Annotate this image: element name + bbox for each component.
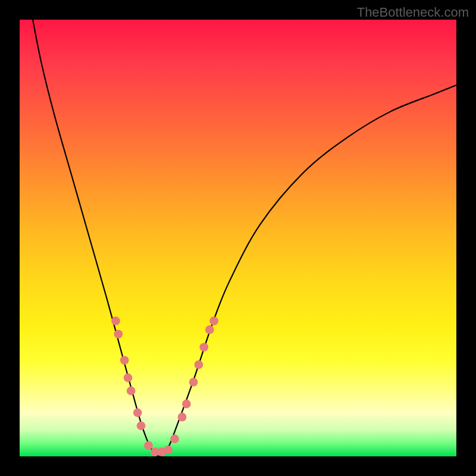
- curve-marker: [178, 413, 187, 422]
- curve-marker: [137, 421, 146, 430]
- curve-marker: [182, 400, 191, 409]
- curve-marker: [189, 378, 198, 387]
- bottleneck-curve: [33, 20, 456, 456]
- curve-marker: [170, 434, 179, 443]
- chart-plot-area: [20, 20, 456, 456]
- chart-svg: [20, 20, 456, 456]
- curve-marker: [144, 441, 153, 450]
- curve-marker: [124, 374, 133, 383]
- watermark-text: TheBottleneck.com: [357, 5, 469, 20]
- curve-marker: [114, 330, 123, 339]
- curve-marker: [209, 317, 218, 325]
- curve-marker: [195, 361, 203, 369]
- curve-marker: [205, 325, 214, 334]
- curve-marker: [127, 387, 136, 396]
- curve-marker: [133, 408, 142, 417]
- curve-marker: [111, 317, 120, 325]
- curve-marker: [120, 356, 129, 365]
- curve-marker: [199, 343, 208, 352]
- curve-marker: [164, 446, 173, 455]
- curve-markers: [111, 317, 218, 456]
